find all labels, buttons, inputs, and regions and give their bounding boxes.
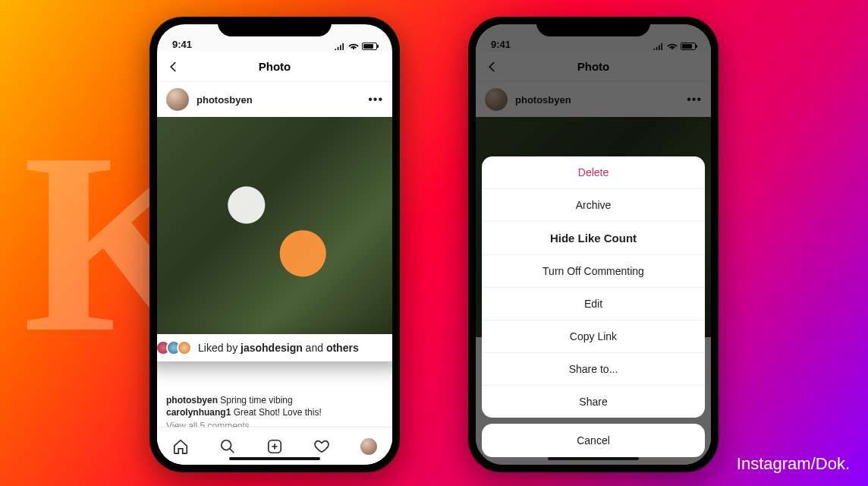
signal-icon	[335, 43, 345, 50]
battery-icon	[362, 43, 377, 50]
heart-outline-icon	[313, 438, 330, 455]
nav-bar: Photo	[476, 52, 711, 82]
sheet-item-share-to[interactable]: Share to...	[482, 352, 705, 385]
signal-icon	[653, 43, 664, 50]
nav-title: Photo	[259, 60, 291, 73]
back-button[interactable]	[165, 58, 183, 76]
chevron-left-icon	[486, 60, 499, 74]
wifi-icon	[348, 43, 359, 50]
post-image[interactable]	[157, 117, 392, 337]
search-icon	[219, 438, 236, 455]
status-time: 9:41	[172, 39, 192, 50]
home-icon	[172, 438, 189, 455]
sheet-cancel[interactable]: Cancel	[482, 424, 705, 457]
status-time: 9:41	[491, 39, 511, 50]
liker-avatar-stack	[157, 340, 192, 355]
phone-notch	[218, 17, 332, 36]
author-username: photosbyen	[515, 94, 679, 106]
post-more-button[interactable]: •••	[368, 93, 383, 106]
phone-notch	[536, 17, 650, 36]
sheet-item-share[interactable]: Share	[482, 385, 705, 418]
phone-right: 9:41 Photo photosbyen •••	[468, 17, 719, 472]
plus-square-icon	[266, 438, 283, 455]
back-button	[483, 58, 502, 76]
sheet-item-hide-like-count[interactable]: Hide Like Count	[482, 221, 705, 254]
sheet-item-turn-off-commenting[interactable]: Turn Off Commenting	[482, 254, 705, 287]
post-header: photosbyen •••	[157, 82, 392, 117]
chevron-left-icon	[167, 60, 181, 74]
tab-activity[interactable]	[313, 438, 330, 455]
author-avatar	[485, 88, 508, 111]
svg-point-0	[222, 440, 231, 450]
sheet-item-edit[interactable]: Edit	[482, 287, 705, 320]
home-indicator	[548, 457, 639, 460]
author-username[interactable]: photosbyen	[197, 94, 360, 106]
action-sheet-group: Delete Archive Hide Like Count Turn Off …	[482, 156, 705, 418]
author-avatar[interactable]	[166, 88, 189, 111]
post-header: photosbyen •••	[476, 82, 711, 117]
tab-profile[interactable]	[360, 438, 377, 455]
action-sheet: Delete Archive Hide Like Count Turn Off …	[482, 156, 705, 457]
nav-title: Photo	[577, 60, 610, 73]
likes-text: Liked by jasohdesign and others	[198, 342, 359, 354]
nav-bar: Photo	[157, 52, 392, 82]
phone-right-screen: 9:41 Photo photosbyen •••	[476, 24, 711, 465]
phone-left: 9:41 Photo photosbyen •••	[149, 17, 400, 472]
top-comment-text: Great Shot! Love this!	[231, 407, 321, 418]
sheet-item-copy-link[interactable]: Copy Link	[482, 320, 705, 352]
image-credit: Instagram/Dok.	[737, 454, 850, 474]
phone-left-screen: 9:41 Photo photosbyen •••	[157, 24, 392, 465]
sheet-item-delete[interactable]: Delete	[482, 156, 705, 188]
sheet-item-archive[interactable]: Archive	[482, 188, 705, 221]
tab-home[interactable]	[172, 438, 189, 455]
home-indicator	[229, 457, 320, 460]
tab-create[interactable]	[266, 438, 283, 455]
wifi-icon	[667, 43, 678, 50]
battery-icon	[681, 43, 696, 50]
tab-search[interactable]	[219, 438, 236, 455]
caption-text: Spring time vibing	[218, 395, 293, 406]
caption-area: photosbyen Spring time vibing carolynhua…	[157, 364, 392, 436]
top-comment-user[interactable]: carolynhuang1	[166, 407, 231, 418]
post-more-button: •••	[687, 93, 702, 106]
likes-callout[interactable]: Liked by jasohdesign and others	[157, 334, 392, 361]
caption-user[interactable]: photosbyen	[166, 395, 218, 406]
